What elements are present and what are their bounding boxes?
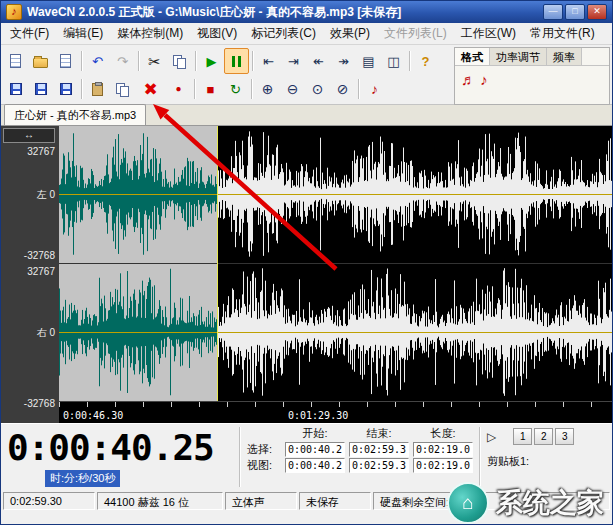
open-file-button[interactable] — [28, 48, 53, 74]
stop-button[interactable]: ■ — [198, 76, 223, 102]
undo-button[interactable]: ↶ — [85, 48, 110, 74]
bottom-panel: 0:00:40.25 时:分:秒/30秒 开始:结束:长度:选择:0:00:40… — [1, 423, 612, 491]
marker-list-button[interactable]: ▤ — [356, 48, 381, 74]
watermark-logo-icon: ⌂ — [447, 482, 489, 524]
play-button[interactable]: ▶ — [199, 48, 224, 74]
menu-item-file-list[interactable]: 文件列表(L) — [377, 22, 454, 45]
save-all-button[interactable] — [53, 76, 78, 102]
ruler-ch1-max: 32767 — [3, 146, 55, 157]
goto-start-button[interactable]: ⇤ — [256, 48, 281, 74]
menu-item-view[interactable]: 视图(V) — [190, 22, 244, 45]
toolbar: ↶↷✂▶⇤⇥↞↠▤◫? ✖●■↻⊕⊖⊙⊘♪ 格式功率调节频率 ♬ ♪ — [1, 45, 612, 105]
play-clipboard-icon[interactable]: ▷ — [487, 430, 496, 444]
note-icon: ♪ — [371, 82, 378, 96]
menu-item-edit[interactable]: 编辑(E) — [56, 22, 110, 45]
window-title: WaveCN 2.0.0.5 正式版 - G:\Music\庄心妍 - 真的不容… — [27, 4, 538, 21]
menu-item-workspace[interactable]: 工作区(W) — [454, 22, 523, 45]
panel-tab-power-adjust[interactable]: 功率调节 — [490, 48, 547, 65]
mix-paste-button[interactable] — [110, 76, 135, 102]
menu-item-media-control[interactable]: 媒体控制(M) — [110, 22, 190, 45]
menu-item-effects[interactable]: 效果(P) — [323, 22, 377, 45]
minimize-button[interactable]: — — [543, 4, 563, 20]
help-icon: ? — [422, 55, 430, 68]
menu-item-marker-list[interactable]: 标记列表(C) — [244, 22, 323, 45]
divider — [479, 427, 480, 487]
document-tab[interactable]: 庄心妍 - 真的不容易.mp3 — [4, 104, 146, 125]
format-panel-body: ♬ ♪ — [455, 66, 609, 94]
panel-tabs: 格式功率调节频率 — [455, 48, 609, 66]
ruler-ch2-min: -32768 — [3, 398, 55, 409]
toolbar-separator — [358, 79, 359, 99]
save-as-button[interactable] — [28, 76, 53, 102]
prev-marker-button[interactable]: ↞ — [306, 48, 331, 74]
delete-button[interactable]: ✖ — [135, 76, 166, 102]
amplitude-ruler: ↔ 32767 左 0 -32768 32767 右 0 -32768 — [1, 126, 59, 423]
loop-button[interactable]: ↻ — [223, 76, 248, 102]
copy-icon — [116, 83, 129, 96]
record-button[interactable]: ● — [166, 76, 191, 102]
document-tab-strip: 庄心妍 - 真的不容易.mp3 — [1, 105, 612, 126]
menu-item-file[interactable]: 文件(F) — [3, 22, 56, 45]
range-tool-icon[interactable]: ↔ — [3, 128, 55, 143]
watermark-text: 系统之家 — [496, 485, 604, 521]
time-format-label[interactable]: 时:分:秒/30秒 — [45, 470, 120, 487]
timeline-ruler[interactable]: 0:00:46.30 0:01:29.30 — [59, 401, 612, 423]
add-marker-button[interactable]: ◫ — [381, 48, 406, 74]
position-table: 开始:结束:长度:选择:0:00:40.20:02:59.30:02:19.0视… — [247, 425, 475, 473]
stop-icon: ■ — [207, 83, 215, 96]
note-button[interactable]: ♪ — [362, 76, 387, 102]
ruler-ch2-zero: 右 0 — [3, 326, 55, 340]
watermark: ⌂ 系统之家 — [447, 482, 604, 524]
toolbar-row-1: ↶↷✂▶⇤⇥↞↠▤◫? — [3, 47, 449, 75]
zoom-selection-icon: ⊙ — [312, 82, 324, 96]
ruler-ch1-zero: 左 0 — [3, 188, 55, 202]
panel-tab-frequency[interactable]: 频率 — [547, 48, 582, 65]
timeline-label-2: 0:01:29.30 — [288, 410, 348, 421]
paste-as-new-button[interactable] — [53, 48, 78, 74]
add-marker-icon: ◫ — [387, 55, 399, 68]
paste-button[interactable] — [85, 76, 110, 102]
next-marker-icon: ↠ — [338, 55, 349, 68]
pause-icon — [232, 56, 241, 67]
waveform-display[interactable] — [59, 126, 612, 401]
selection-end-value: 0:02:59.3 — [349, 442, 409, 457]
selection-start-value: 0:00:40.2 — [285, 442, 345, 457]
save-button[interactable] — [3, 76, 28, 102]
copy-button[interactable] — [167, 48, 192, 74]
loop-icon: ↻ — [230, 83, 241, 96]
close-button[interactable]: ✕ — [587, 4, 607, 20]
help-button[interactable]: ? — [413, 48, 438, 74]
zoom-selection-button[interactable]: ⊙ — [305, 76, 330, 102]
ruler-ch2-max: 32767 — [3, 266, 55, 277]
redo-button[interactable]: ↷ — [110, 48, 135, 74]
new-file-button[interactable] — [3, 48, 28, 74]
maximize-button[interactable]: □ — [565, 4, 585, 20]
menu-item-recent-files[interactable]: 常用文件(R) — [523, 22, 602, 45]
cut-button[interactable]: ✂ — [142, 48, 167, 74]
disk-icon — [10, 83, 22, 95]
toolbar-row-2: ✖●■↻⊕⊖⊙⊘♪ — [3, 75, 449, 103]
panel-tab-format[interactable]: 格式 — [455, 48, 490, 65]
disk-icon — [35, 83, 47, 95]
view-row-label: 视图: — [247, 458, 283, 473]
view-end-value: 0:02:59.3 — [349, 458, 409, 473]
selection-length-value: 0:02:19.0 — [413, 442, 473, 457]
goto-end-button[interactable]: ⇥ — [281, 48, 306, 74]
status-save-state: 未保存 — [299, 492, 371, 510]
clipboard-slot-3[interactable]: 3 — [555, 428, 574, 445]
zoom-full-button[interactable]: ⊘ — [330, 76, 355, 102]
zoom-full-icon: ⊘ — [337, 82, 349, 96]
clipboard-label: 剪贴板1: — [487, 454, 609, 469]
clipboard-area: ▷ 123 剪贴板1: — [487, 428, 609, 469]
zoom-in-button[interactable]: ⊕ — [255, 76, 280, 102]
zoom-out-button[interactable]: ⊖ — [280, 76, 305, 102]
toolbar-separator — [138, 51, 139, 71]
next-marker-button[interactable]: ↠ — [331, 48, 356, 74]
clipboard-slot-1[interactable]: 1 — [513, 428, 532, 445]
clipboard-slot-2[interactable]: 2 — [534, 428, 553, 445]
app-icon: ♪ — [6, 4, 22, 20]
selection-row-label: 选择: — [247, 442, 283, 457]
pause-button[interactable] — [224, 48, 249, 74]
title-bar[interactable]: ♪ WaveCN 2.0.0.5 正式版 - G:\Music\庄心妍 - 真的… — [1, 1, 612, 23]
disk-icon — [60, 83, 72, 95]
